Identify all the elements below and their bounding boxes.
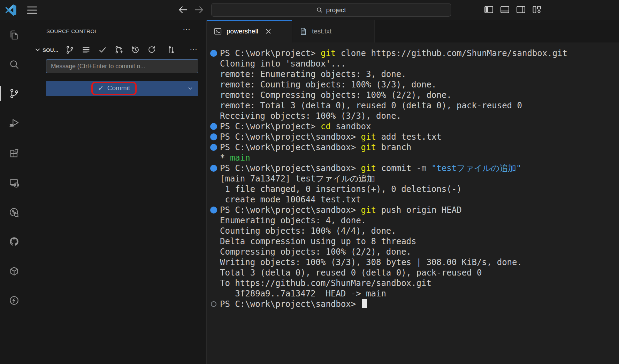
source-control-icon[interactable]	[9, 88, 20, 99]
text-file-icon	[299, 27, 308, 36]
create-pull-request-icon[interactable]	[114, 45, 123, 54]
terminal-line: remote: Compressing objects: 100% (2/2),…	[207, 90, 619, 100]
tab-label: test.txt	[312, 28, 331, 35]
annotation-highlight-box: ✓ Commit	[91, 82, 137, 95]
terminal-line: remote: Enumerating objects: 3, done.	[207, 69, 619, 79]
vscode-window: project	[0, 0, 619, 364]
terminal-line: PS C:\work\project\sandbox> git add test…	[207, 132, 619, 142]
terminal-line: PS C:\work\project> cd sandbox	[207, 121, 619, 132]
gitlens-icon[interactable]	[9, 207, 20, 218]
run-and-debug-icon[interactable]	[9, 118, 20, 129]
terminal-line: create mode 100644 test.txt	[207, 194, 619, 205]
command-decoration-icon[interactable]	[210, 165, 217, 172]
terminal-line: Counting objects: 100% (4/4), done.	[207, 226, 619, 236]
chevron-down-icon	[187, 85, 193, 92]
terminal-line: PS C:\work\project> git clone https://gi…	[207, 48, 619, 59]
terminal-line: remote: Counting objects: 100% (3/3), do…	[207, 79, 619, 90]
tab-bar: powershell test.txt	[207, 20, 619, 42]
command-decoration-icon[interactable]	[210, 207, 217, 214]
toggle-secondary-sidebar-icon[interactable]	[516, 5, 526, 15]
terminal-panel[interactable]: PS C:\work\project> git clone https://gi…	[207, 42, 619, 364]
terminal-line: Writing objects: 100% (3/3), 308 bytes |…	[207, 257, 619, 268]
terminal-line: PS C:\work\project\sandbox> git commit -…	[207, 163, 619, 173]
terminal-icon	[213, 27, 222, 36]
terminal-line: 1 file changed, 0 insertions(+), 0 delet…	[207, 184, 619, 194]
tab-label: powershell	[227, 28, 258, 35]
search-view-icon[interactable]	[9, 59, 20, 70]
terminal-line: To https://github.com/ShunMare/sandbox.g…	[207, 278, 619, 288]
branch-icon	[65, 45, 74, 54]
command-pending-decoration-icon[interactable]	[211, 301, 216, 307]
forward-arrow-icon[interactable]	[194, 5, 204, 15]
thunder-client-icon[interactable]	[9, 295, 20, 306]
view-as-list-icon[interactable]	[82, 45, 91, 54]
layout-controls	[484, 5, 542, 15]
terminal-line: PS C:\work\project\sandbox> git branch	[207, 142, 619, 153]
terminal-line: Cloning into 'sandbox'...	[207, 59, 619, 69]
commit-message-input[interactable]	[46, 59, 198, 73]
customize-layout-icon[interactable]	[532, 5, 542, 15]
toolbar-more-actions-icon[interactable]: ⋯	[190, 45, 197, 54]
command-decoration-icon[interactable]	[210, 123, 217, 130]
terminal-line: [main 7a13472] testファイルの追加	[207, 173, 619, 184]
commit-button-main[interactable]: ✓ Commit	[46, 81, 182, 96]
commit-button-label: Commit	[107, 84, 130, 92]
explorer-icon[interactable]	[9, 30, 20, 40]
repository-section-label[interactable]: SOU...	[43, 47, 58, 53]
activity-bar	[0, 20, 28, 364]
terminal-line: Receiving objects: 100% (3/3), done.	[207, 111, 619, 121]
terminal-line: Compressing objects: 100% (2/2), done.	[207, 247, 619, 257]
terminal-line: Delta compression using up to 8 threads	[207, 236, 619, 247]
remote-explorer-icon[interactable]	[9, 178, 20, 188]
source-control-toolbar: SOU...	[34, 44, 206, 56]
package-icon[interactable]	[9, 266, 20, 277]
back-arrow-icon[interactable]	[178, 5, 188, 15]
history-icon[interactable]	[131, 45, 140, 54]
terminal-line: PS C:\work\project\sandbox> git push ori…	[207, 205, 619, 215]
check-icon: ✓	[98, 84, 104, 92]
editor-area: powershell test.txt PS C:\work\project> …	[207, 20, 619, 364]
commit-button[interactable]: ✓ Commit	[46, 81, 198, 96]
search-icon	[316, 7, 323, 13]
terminal-line: * main	[207, 153, 619, 163]
title-bar: project	[0, 0, 619, 20]
terminal-line: remote: Total 3 (delta 0), reused 0 (del…	[207, 100, 619, 111]
terminal-line: 3f289a9..7a13472 HEAD -> main	[207, 288, 619, 299]
terminal-line: Enumerating objects: 4, done.	[207, 215, 619, 226]
vscode-logo-icon	[5, 4, 17, 16]
commit-check-icon[interactable]	[98, 45, 107, 54]
command-center-search[interactable]: project	[211, 3, 451, 17]
close-icon[interactable]	[265, 28, 272, 35]
source-control-sidebar: SOURCE CONTROL ⋯ SOU...	[29, 20, 207, 364]
terminal-lines: PS C:\work\project> git clone https://gi…	[207, 48, 619, 309]
sidebar-more-actions-icon[interactable]: ⋯	[183, 25, 190, 34]
sidebar-title: SOURCE CONTROL	[46, 28, 98, 34]
command-decoration-icon[interactable]	[210, 144, 217, 151]
active-view-indicator	[0, 86, 1, 101]
refresh-icon[interactable]	[147, 45, 156, 54]
terminal-line: PS C:\work\project\sandbox>	[207, 299, 619, 309]
tab-powershell[interactable]: powershell	[207, 20, 292, 42]
github-icon[interactable]	[9, 236, 20, 247]
chevron-down-icon[interactable]	[34, 46, 41, 53]
menu-icon[interactable]	[26, 5, 38, 15]
toggle-primary-sidebar-icon[interactable]	[484, 5, 494, 15]
command-decoration-icon[interactable]	[210, 133, 217, 140]
toggle-panel-icon[interactable]	[500, 5, 510, 15]
commit-graph-icon[interactable]	[167, 45, 176, 54]
terminal-cursor	[362, 299, 367, 308]
commit-dropdown-button[interactable]	[182, 81, 198, 96]
terminal-line: Total 3 (delta 0), reused 0 (delta 0), p…	[207, 268, 619, 278]
command-decoration-icon[interactable]	[210, 50, 217, 57]
search-query: project	[326, 6, 346, 14]
extensions-icon[interactable]	[9, 148, 20, 159]
tab-test-txt[interactable]: test.txt	[292, 20, 375, 42]
